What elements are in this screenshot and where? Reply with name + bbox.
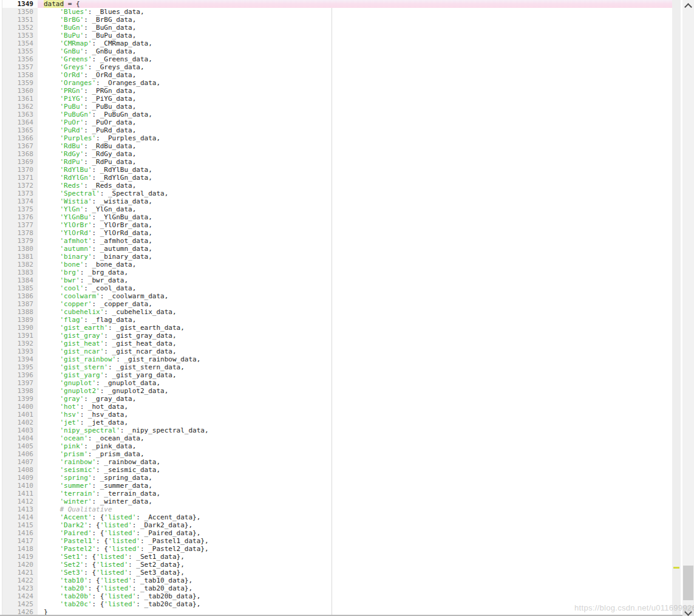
code-line[interactable]: 1371 'RdYlGn': _RdYlGn_data,	[0, 174, 672, 182]
code-line[interactable]: 1416 'Paired': {'listed': _Paired_data},	[0, 529, 672, 537]
code-line[interactable]: 1395 'gist_stern': _gist_stern_data,	[0, 363, 672, 371]
code-token	[44, 174, 60, 182]
scroll-down-button[interactable]	[682, 606, 694, 616]
code-line[interactable]: 1388 'cubehelix': _cubehelix_data,	[0, 308, 672, 316]
code-line[interactable]: 1422 'tab10': {'listed': _tab10_data},	[0, 577, 672, 584]
code-line[interactable]: 1367 'RdBu': _RdBu_data,	[0, 142, 672, 150]
code-line[interactable]: 1357 'Greys': _Greys_data,	[0, 63, 672, 71]
code-line[interactable]: 1404 'ocean': _ocean_data,	[0, 434, 672, 442]
code-token: 'listed'	[104, 592, 136, 600]
code-line[interactable]: 1356 'Greens': _Greens_data,	[0, 55, 672, 63]
code-area[interactable]: 1349datad = {1350 'Blues': _Blues_data,1…	[0, 0, 672, 616]
code-line[interactable]: 1403 'nipy_spectral': _nipy_spectral_dat…	[0, 426, 672, 434]
code-line[interactable]: 1417 'Pastel1': {'listed': _Pastel1_data…	[0, 537, 672, 545]
code-line[interactable]: 1353 'BuPu': _BuPu_data,	[0, 32, 672, 39]
change-marker-icon[interactable]	[673, 567, 679, 569]
code-line[interactable]: 1368 'RdGy': _RdGy_data,	[0, 150, 672, 158]
code-token: : _bwr_data,	[80, 276, 128, 284]
code-line[interactable]: 1375 'YlGn': _YlGn_data,	[0, 205, 672, 213]
code-line[interactable]: 1360 'PRGn': _PRGn_data,	[0, 87, 672, 95]
code-line[interactable]: 1382 'bone': _bone_data,	[0, 261, 672, 269]
code-token	[44, 47, 60, 55]
code-line[interactable]: 1386 'coolwarm': _coolwarm_data,	[0, 292, 672, 300]
code-line[interactable]: 1396 'gist_yarg': _gist_yarg_data,	[0, 371, 672, 379]
code-line[interactable]: 1411 'terrain': _terrain_data,	[0, 490, 672, 498]
code-line[interactable]: 1373 'Spectral': _Spectral_data,	[0, 190, 672, 197]
code-line[interactable]: 1397 'gnuplot': _gnuplot_data,	[0, 379, 672, 387]
code-token: 'Pastel1'	[60, 537, 97, 545]
code-line[interactable]: 1350 'Blues': _Blues_data,	[0, 8, 672, 16]
scroll-up-button[interactable]	[682, 0, 694, 10]
code-line[interactable]: 1352 'BuGn': _BuGn_data,	[0, 24, 672, 32]
code-line[interactable]: 1398 'gnuplot2': _gnuplot2_data,	[0, 387, 672, 395]
code-line[interactable]: 1349datad = {	[0, 0, 672, 8]
code-line[interactable]: 1420 'Set2': {'listed': _Set2_data},	[0, 561, 672, 569]
code-line[interactable]: 1423 'tab20': {'listed': _tab20_data},	[0, 584, 672, 592]
code-token: 'PuRd'	[60, 126, 84, 134]
code-line[interactable]: 1425 'tab20c': {'listed': _tab20c_data},	[0, 600, 672, 608]
code-line[interactable]: 1418 'Pastel2': {'listed': _Pastel2_data…	[0, 545, 672, 553]
code-line[interactable]: 1400 'hot': _hot_data,	[0, 403, 672, 411]
line-number: 1367	[2, 142, 38, 150]
code-line[interactable]: 1408 'seismic': _seismic_data,	[0, 466, 672, 474]
code-line[interactable]: 1355 'GnBu': _GnBu_data,	[0, 47, 672, 55]
code-line[interactable]: 1406 'prism': _prism_data,	[0, 450, 672, 458]
code-line[interactable]: 1384 'bwr': _bwr_data,	[0, 276, 672, 284]
code-line[interactable]: 1405 'pink': _pink_data,	[0, 442, 672, 450]
code-token	[44, 182, 60, 190]
code-line[interactable]: 1381 'binary': _binary_data,	[0, 253, 672, 261]
code-line[interactable]: 1379 'afmhot': _afmhot_data,	[0, 237, 672, 245]
code-line[interactable]: 1391 'gist_gray': _gist_gray_data,	[0, 332, 672, 340]
code-token: 'RdBu'	[60, 142, 84, 150]
code-line[interactable]: 1377 'YlOrBr': _YlOrBr_data,	[0, 221, 672, 229]
code-line[interactable]: 1370 'RdYlBu': _RdYlBu_data,	[0, 166, 672, 174]
code-line[interactable]: 1401 'hsv': _hsv_data,	[0, 411, 672, 419]
code-line[interactable]: 1389 'flag': _flag_data,	[0, 316, 672, 324]
code-line[interactable]: 1359 'Oranges': _Oranges_data,	[0, 79, 672, 87]
code-line[interactable]: 1402 'jet': _jet_data,	[0, 419, 672, 426]
code-line[interactable]: 1399 'gray': _gray_data,	[0, 395, 672, 403]
code-line[interactable]: 1372 'Reds': _Reds_data,	[0, 182, 672, 190]
code-line[interactable]: 1383 'brg': _brg_data,	[0, 269, 672, 276]
code-line[interactable]: 1385 'cool': _cool_data,	[0, 284, 672, 292]
code-line[interactable]: 1392 'gist_heat': _gist_heat_data,	[0, 340, 672, 347]
code-line[interactable]: 1393 'gist_ncar': _gist_ncar_data,	[0, 347, 672, 355]
code-line[interactable]: 1380 'autumn': _autumn_data,	[0, 245, 672, 253]
scrollbar-thumb[interactable]	[683, 566, 693, 600]
code-line[interactable]: 1378 'YlOrRd': _YlOrRd_data,	[0, 229, 672, 237]
code-line[interactable]: 1358 'OrRd': _OrRd_data,	[0, 71, 672, 79]
code-token: 'Reds'	[60, 182, 84, 190]
code-line[interactable]: 1407 'rainbow': _rainbow_data,	[0, 458, 672, 466]
code-line[interactable]: 1376 'YlGnBu': _YlGnBu_data,	[0, 213, 672, 221]
code-line[interactable]: 1390 'gist_earth': _gist_earth_data,	[0, 324, 672, 332]
line-number: 1419	[2, 553, 38, 561]
code-line[interactable]: 1361 'PiYG': _PiYG_data,	[0, 95, 672, 103]
code-line[interactable]: 1369 'RdPu': _RdPu_data,	[0, 158, 672, 166]
code-line[interactable]: 1364 'PuOr': _PuOr_data,	[0, 118, 672, 126]
code-line[interactable]: 1424 'tab20b': {'listed': _tab20b_data},	[0, 592, 672, 600]
code-line[interactable]: 1415 'Dark2': {'listed': _Dark2_data},	[0, 521, 672, 529]
code-token	[44, 332, 60, 340]
vertical-scrollbar[interactable]	[682, 0, 694, 616]
code-token: : _brg_data,	[80, 269, 128, 276]
code-token: 'summer'	[60, 482, 92, 490]
code-token: : _OrRd_data,	[84, 71, 136, 79]
code-line[interactable]: 1394 'gist_rainbow': _gist_rainbow_data,	[0, 355, 672, 363]
code-line[interactable]: 1387 'copper': _copper_data,	[0, 300, 672, 308]
code-line[interactable]: 1410 'summer': _summer_data,	[0, 482, 672, 490]
code-token: : _copper_data,	[92, 300, 152, 308]
code-line[interactable]: 1351 'BrBG': _BrBG_data,	[0, 16, 672, 24]
code-line[interactable]: 1419 'Set1': {'listed': _Set1_data},	[0, 553, 672, 561]
code-line[interactable]: 1365 'PuRd': _PuRd_data,	[0, 126, 672, 134]
code-line[interactable]: 1414 'Accent': {'listed': _Accent_data},	[0, 513, 672, 521]
code-token	[44, 229, 60, 237]
code-line[interactable]: 1366 'Purples': _Purples_data,	[0, 134, 672, 142]
code-line[interactable]: 1363 'PuBuGn': _PuBuGn_data,	[0, 111, 672, 118]
code-line[interactable]: 1412 'winter': _winter_data,	[0, 498, 672, 505]
code-line[interactable]: 1354 'CMRmap': _CMRmap_data,	[0, 39, 672, 47]
code-line[interactable]: 1374 'Wistia': _wistia_data,	[0, 197, 672, 205]
code-line[interactable]: 1409 'spring': _spring_data,	[0, 474, 672, 482]
code-line[interactable]: 1413 # Qualitative	[0, 505, 672, 513]
code-line[interactable]: 1421 'Set3': {'listed': _Set3_data},	[0, 569, 672, 577]
code-line[interactable]: 1362 'PuBu': _PuBu_data,	[0, 103, 672, 111]
